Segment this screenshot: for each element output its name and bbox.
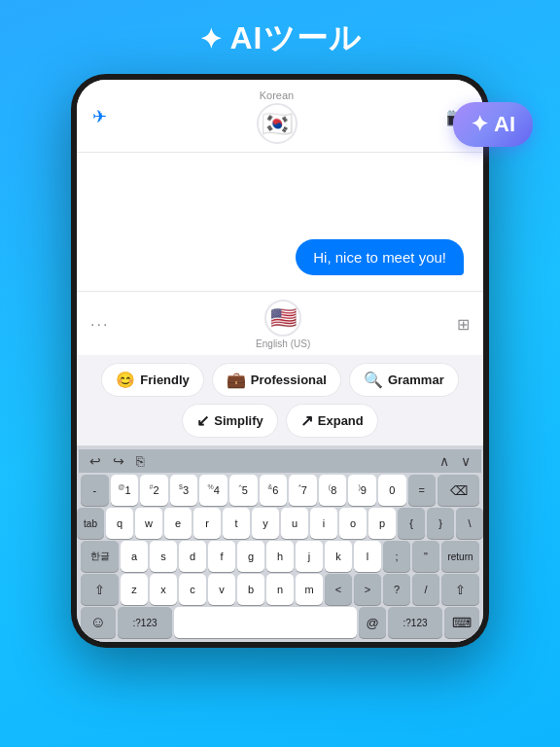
key-g[interactable]: g bbox=[237, 541, 264, 572]
shift-key-left[interactable]: ⇧ bbox=[81, 574, 119, 605]
num-key-2[interactable]: :?123 bbox=[388, 607, 442, 638]
key-lt[interactable]: < bbox=[325, 574, 352, 605]
korean-flag: 🇰🇷 bbox=[257, 103, 298, 144]
key-c[interactable]: c bbox=[179, 574, 206, 605]
key-j[interactable]: j bbox=[296, 541, 323, 572]
ai-badge-label: AI bbox=[494, 112, 515, 137]
sent-bubble: Hi, nice to meet you! bbox=[296, 239, 464, 275]
key-8[interactable]: (8 bbox=[319, 475, 347, 506]
chevron-down-icon[interactable]: ∨ bbox=[458, 452, 473, 470]
key-lbrace[interactable]: { bbox=[398, 508, 425, 539]
delete-key[interactable]: ⌫ bbox=[438, 475, 479, 506]
professional-button[interactable]: 💼 Professional bbox=[212, 363, 341, 397]
simplify-button[interactable]: ↙ Simplify bbox=[182, 404, 278, 438]
top-bar: ✈ Korean 🇰🇷 📷 bbox=[77, 80, 483, 153]
chat-area: Hi, nice to meet you! bbox=[77, 153, 483, 291]
more-options-icon[interactable]: ··· bbox=[90, 316, 109, 334]
redo-button[interactable]: ↪ bbox=[110, 452, 127, 470]
device-frame: ✈ Korean 🇰🇷 📷 Hi, nice to meet you! ··· … bbox=[71, 74, 489, 648]
expand-button[interactable]: ↗ Expand bbox=[286, 404, 378, 438]
key-s[interactable]: s bbox=[150, 541, 177, 572]
grammar-icon: 🔍 bbox=[364, 371, 383, 389]
key-n[interactable]: n bbox=[266, 574, 294, 605]
key-5[interactable]: ^5 bbox=[229, 475, 258, 506]
ai-badge[interactable]: ✦ AI bbox=[453, 102, 533, 147]
copy-button[interactable]: ⎘ bbox=[133, 452, 147, 470]
device-screen: ✈ Korean 🇰🇷 📷 Hi, nice to meet you! ··· … bbox=[77, 80, 483, 642]
page-title: ✦ AIツール bbox=[199, 18, 362, 60]
key-1[interactable]: @1 bbox=[111, 475, 139, 506]
keyboard-toolbar-right: ∧ ∨ bbox=[437, 452, 473, 470]
key-a[interactable]: a bbox=[121, 541, 148, 572]
key-h[interactable]: h bbox=[266, 541, 294, 572]
key-r[interactable]: r bbox=[193, 508, 221, 539]
key-p[interactable]: p bbox=[368, 508, 396, 539]
chevron-up-icon[interactable]: ∧ bbox=[437, 452, 452, 470]
keyboard-area: ↩ ↪ ⎘ ∧ ∨ - @1 #2 $3 %4 ^5 bbox=[77, 445, 483, 642]
key-gt[interactable]: > bbox=[354, 574, 381, 605]
key-w[interactable]: w bbox=[135, 508, 162, 539]
source-language[interactable]: Korean 🇰🇷 bbox=[257, 89, 298, 144]
key-t[interactable]: t bbox=[223, 508, 250, 539]
key-fwslash[interactable]: / bbox=[412, 574, 439, 605]
key-minus[interactable]: - bbox=[81, 475, 109, 506]
key-i[interactable]: i bbox=[310, 508, 337, 539]
key-d[interactable]: d bbox=[179, 541, 206, 572]
key-quote[interactable]: " bbox=[412, 541, 439, 572]
return-key[interactable]: return bbox=[441, 541, 479, 572]
tools-row-2: ↙ Simplify ↗ Expand bbox=[182, 404, 378, 438]
key-y[interactable]: y bbox=[252, 508, 279, 539]
friendly-label: Friendly bbox=[140, 373, 190, 387]
keyboard-row-zxcv: ⇧ z x c v b n m < > ? / ⇧ bbox=[81, 574, 479, 605]
key-k[interactable]: k bbox=[325, 541, 352, 572]
grammar-button[interactable]: 🔍 Grammar bbox=[349, 363, 459, 397]
key-0[interactable]: 0 bbox=[378, 475, 406, 506]
key-e[interactable]: e bbox=[164, 508, 192, 539]
key-z[interactable]: z bbox=[121, 574, 148, 605]
shift-key-right[interactable]: ⇧ bbox=[441, 574, 479, 605]
key-semicolon[interactable]: ; bbox=[383, 541, 410, 572]
key-4[interactable]: %4 bbox=[199, 475, 228, 506]
ai-tools-strip: 😊 Friendly 💼 Professional 🔍 Grammar ↙ Si… bbox=[77, 355, 483, 445]
expand-label: Expand bbox=[318, 413, 364, 428]
key-rbrace[interactable]: } bbox=[427, 508, 454, 539]
tab-key[interactable]: tab bbox=[77, 508, 104, 539]
simplify-icon: ↙ bbox=[196, 411, 209, 430]
key-u[interactable]: u bbox=[281, 508, 308, 539]
plane-icon[interactable]: ✈ bbox=[92, 106, 107, 127]
undo-button[interactable]: ↩ bbox=[87, 452, 104, 470]
key-9[interactable]: )9 bbox=[348, 475, 376, 506]
emoji-key[interactable]: ☺ bbox=[81, 607, 116, 638]
friendly-button[interactable]: 😊 Friendly bbox=[101, 363, 204, 397]
us-flag: 🇺🇸 bbox=[264, 300, 301, 337]
expand-icon: ↗ bbox=[300, 411, 313, 430]
key-q[interactable]: q bbox=[106, 508, 133, 539]
key-x[interactable]: x bbox=[150, 574, 177, 605]
key-slash[interactable]: ? bbox=[383, 574, 410, 605]
keyboard-toggle-icon[interactable]: ⊞ bbox=[457, 315, 470, 334]
keyboard-toolbar: ↩ ↪ ⎘ ∧ ∨ bbox=[79, 449, 481, 473]
key-3[interactable]: $3 bbox=[170, 475, 198, 506]
keyboard-row-qwerty: tab q w e r t y u i o p { } \ bbox=[81, 508, 479, 539]
hangul-key[interactable]: 한글 bbox=[81, 541, 119, 572]
grammar-label: Grammar bbox=[388, 373, 444, 387]
key-l[interactable]: l bbox=[354, 541, 381, 572]
at-key[interactable]: @ bbox=[359, 607, 386, 638]
keyboard-dismiss-icon[interactable]: ⌨ bbox=[444, 607, 479, 638]
key-v[interactable]: v bbox=[208, 574, 235, 605]
key-f[interactable]: f bbox=[208, 541, 235, 572]
target-language[interactable]: 🇺🇸 English (US) bbox=[256, 300, 310, 349]
num-key-1[interactable]: :?123 bbox=[118, 607, 172, 638]
simplify-label: Simplify bbox=[214, 413, 263, 428]
key-7[interactable]: *7 bbox=[289, 475, 317, 506]
key-equals[interactable]: = bbox=[408, 475, 437, 506]
key-backslash[interactable]: \ bbox=[456, 508, 483, 539]
key-b[interactable]: b bbox=[237, 574, 264, 605]
key-o[interactable]: o bbox=[339, 508, 367, 539]
key-m[interactable]: m bbox=[296, 574, 323, 605]
key-6[interactable]: &6 bbox=[260, 475, 288, 506]
professional-label: Professional bbox=[251, 373, 327, 387]
key-2[interactable]: #2 bbox=[140, 475, 168, 506]
ai-badge-sparkle: ✦ bbox=[471, 112, 488, 137]
space-key[interactable] bbox=[174, 607, 357, 638]
